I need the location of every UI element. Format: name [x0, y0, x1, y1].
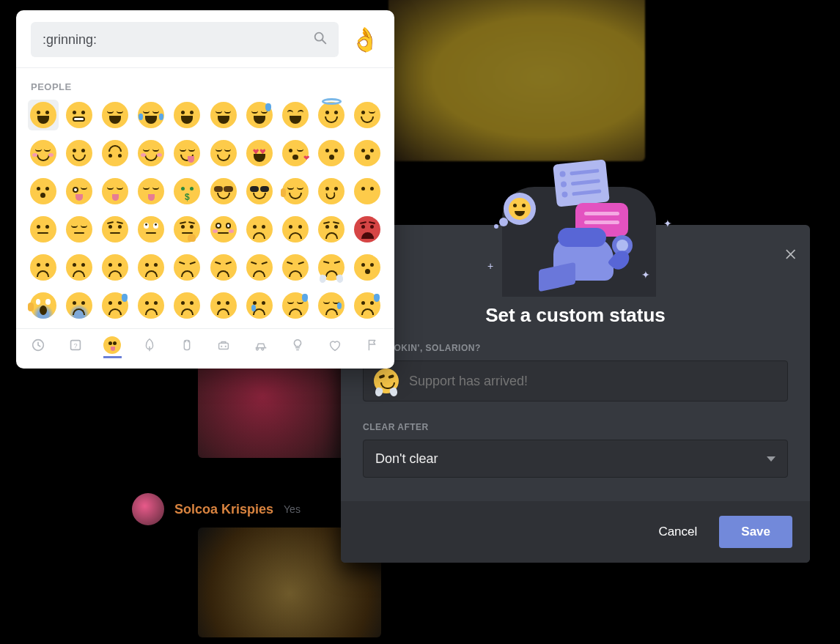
- emoji-stuck_out_tongue_closed_eyes[interactable]: [100, 176, 130, 207]
- emoji-tired_face[interactable]: [244, 252, 275, 283]
- category-objects[interactable]: [289, 336, 307, 358]
- emoji-heart_eyes[interactable]: [244, 138, 275, 169]
- emoji-rolling_eyes[interactable]: [136, 214, 166, 245]
- svg-rect-6: [219, 343, 229, 349]
- emoji-weary[interactable]: [280, 252, 311, 283]
- skin-tone-button[interactable]: 👌: [350, 28, 380, 51]
- emoji-scream[interactable]: [28, 290, 59, 321]
- emoji-hugging[interactable]: [280, 176, 311, 207]
- category-food[interactable]: [177, 336, 196, 358]
- emoji-laughing[interactable]: [280, 100, 311, 130]
- emoji-frowning2[interactable]: [136, 252, 166, 283]
- cancel-button[interactable]: Cancel: [654, 516, 701, 548]
- emoji-smile[interactable]: [208, 100, 239, 130]
- modal-footer: Cancel Save: [341, 501, 810, 563]
- emoji-upside_down[interactable]: [100, 138, 130, 169]
- emoji-worried[interactable]: [280, 214, 311, 245]
- emoji-grinning[interactable]: [28, 100, 59, 130]
- emoji-smirk[interactable]: [316, 176, 347, 207]
- category-recent[interactable]: [29, 336, 48, 358]
- emoji-stuck_out_tongue_winking_eye[interactable]: [64, 176, 95, 207]
- emoji-triumph[interactable]: [316, 252, 347, 283]
- category-flags[interactable]: [363, 336, 381, 358]
- chat-username: Solcoa Krispies: [174, 502, 273, 517]
- emoji-thinking[interactable]: [172, 214, 202, 245]
- category-custom[interactable]: ?: [67, 336, 85, 358]
- emoji-grid: ❤$: [16, 98, 394, 328]
- status-input-row: [363, 360, 788, 401]
- svg-text:?: ?: [73, 341, 77, 349]
- svg-point-0: [315, 33, 323, 41]
- emoji-cry[interactable]: [244, 290, 275, 321]
- emoji-stuck_out_tongue[interactable]: [136, 176, 166, 207]
- emoji-relieved[interactable]: [208, 138, 239, 169]
- emoji-money_mouth[interactable]: $: [172, 176, 202, 207]
- emoji-hushed[interactable]: [136, 290, 166, 321]
- emoji-blush[interactable]: [28, 138, 59, 169]
- emoji-yum[interactable]: [172, 138, 202, 169]
- emoji-grimacing[interactable]: [64, 100, 95, 130]
- emoji-flushed[interactable]: [208, 214, 239, 245]
- clear-after-label: CLEAR AFTER: [363, 422, 788, 432]
- emoji-slight_smile[interactable]: [64, 138, 95, 169]
- emoji-relaxed[interactable]: [136, 138, 166, 169]
- emoji-innocent[interactable]: [316, 100, 347, 130]
- search-icon: [312, 30, 328, 49]
- emoji-persevere[interactable]: [172, 252, 202, 283]
- emoji-pensive[interactable]: [28, 252, 59, 283]
- emoji-search-input[interactable]: [41, 32, 312, 48]
- category-nature[interactable]: [141, 336, 159, 358]
- emoji-sweat[interactable]: [352, 290, 383, 321]
- emoji-frowning[interactable]: [172, 290, 202, 321]
- emoji-anguished[interactable]: [208, 290, 239, 321]
- chevron-down-icon: [767, 456, 775, 462]
- status-emoji-picker-button[interactable]: [374, 369, 399, 393]
- emoji-confounded[interactable]: [208, 252, 239, 283]
- emoji-wink[interactable]: [352, 100, 383, 130]
- emoji-unamused[interactable]: [100, 214, 130, 245]
- emoji-disappointed[interactable]: [244, 214, 275, 245]
- category-travel[interactable]: [252, 336, 270, 358]
- emoji-smiley[interactable]: [172, 100, 202, 130]
- emoji-cold_sweat[interactable]: [100, 290, 130, 321]
- emoji-open_mouth[interactable]: [352, 252, 383, 283]
- category-people[interactable]: [103, 336, 122, 358]
- emoji-category-tabs: ?: [16, 328, 394, 369]
- status-text-input[interactable]: [408, 373, 777, 390]
- chat-timestamp: Yes: [284, 503, 301, 515]
- clear-after-value: Don't clear: [375, 451, 438, 467]
- emoji-grin[interactable]: [100, 100, 130, 130]
- bg-image: [198, 355, 359, 458]
- category-symbols[interactable]: [326, 336, 345, 358]
- close-icon: [784, 247, 798, 262]
- emoji-kissing[interactable]: [316, 138, 347, 169]
- emoji-confused[interactable]: [64, 252, 95, 283]
- emoji-kissing_closed_eyes[interactable]: [28, 176, 59, 207]
- status-prompt-label: T'S COOKIN', SOLARION?: [363, 343, 788, 353]
- avatar: [132, 493, 164, 525]
- emoji-sleepy[interactable]: [316, 290, 347, 321]
- emoji-fearful[interactable]: [64, 290, 95, 321]
- emoji-rage[interactable]: [352, 214, 383, 245]
- emoji-expressionless[interactable]: [64, 214, 95, 245]
- emoji-slight_frown[interactable]: [100, 252, 130, 283]
- svg-point-8: [225, 345, 226, 347]
- bg-image: [388, 0, 645, 161]
- emoji-search-field[interactable]: [31, 22, 339, 57]
- emoji-no_mouth[interactable]: [352, 176, 383, 207]
- emoji-nerd[interactable]: [208, 176, 239, 207]
- emoji-sunglasses[interactable]: [244, 176, 275, 207]
- close-button[interactable]: [784, 247, 798, 265]
- category-activity[interactable]: [215, 336, 233, 358]
- save-button[interactable]: Save: [719, 516, 792, 548]
- custom-status-modal: ✦+✦ Set a custom status T'S COOKIN', SOL…: [341, 225, 810, 563]
- emoji-joy[interactable]: [136, 100, 166, 130]
- emoji-neutral_face[interactable]: [28, 214, 59, 245]
- emoji-kissing_smiling_eyes[interactable]: [352, 138, 383, 169]
- modal-title: Set a custom status: [341, 225, 810, 327]
- emoji-disappointed_relieved[interactable]: [280, 290, 311, 321]
- emoji-kissing_heart[interactable]: ❤: [280, 138, 311, 169]
- emoji-angry[interactable]: [316, 214, 347, 245]
- clear-after-select[interactable]: Don't clear: [363, 440, 788, 478]
- emoji-sweat_smile[interactable]: [244, 100, 275, 130]
